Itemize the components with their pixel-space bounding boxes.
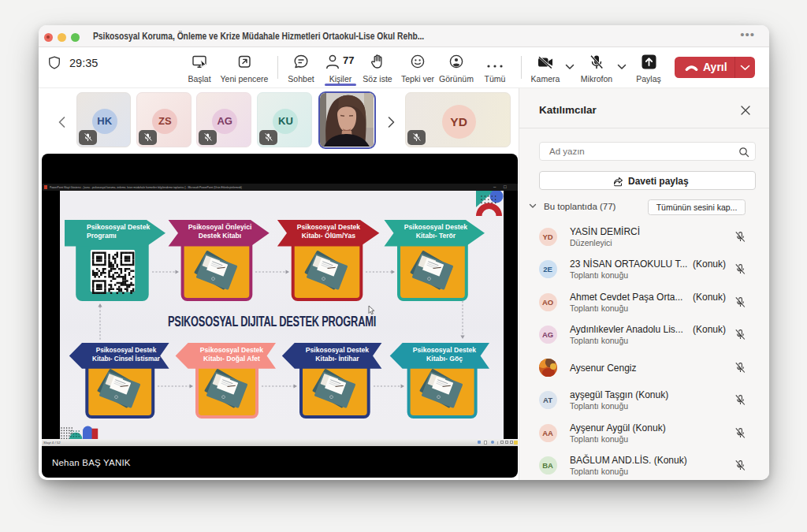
- svg-text:PSIKOSOSYAL DIJITAL DESTEK PRO: PSIKOSOSYAL DIJITAL DESTEK PROGRAMI: [168, 313, 376, 329]
- svg-text:Psikososyal Destek: Psikososyal Destek: [297, 223, 360, 231]
- svg-text:Psikosoyal Önleyici: Psikosoyal Önleyici: [188, 223, 252, 231]
- svg-text:Psikososyal Destek: Psikososyal Destek: [87, 223, 150, 231]
- svg-text:Kitabı- Terör: Kitabı- Terör: [416, 232, 456, 240]
- svg-text:Kitabı- Doğal Afet: Kitabı- Doğal Afet: [203, 355, 260, 363]
- svg-text:Psikososyal Destek: Psikososyal Destek: [96, 347, 157, 354]
- svg-text:Psikososyal Destek: Psikososyal Destek: [306, 346, 369, 354]
- svg-text:Kitabı- Cinsel İstismar: Kitabı- Cinsel İstismar: [92, 355, 161, 363]
- svg-text:Kitabı- Ölüm/Yas: Kitabı- Ölüm/Yas: [302, 232, 356, 240]
- svg-text:Psikososyal Destek: Psikososyal Destek: [404, 223, 467, 231]
- svg-text:Kitabı- Göç: Kitabı- Göç: [426, 355, 463, 363]
- svg-text:Kitabı- İntihar: Kitabı- İntihar: [315, 355, 359, 363]
- svg-text:Destek Kitabı: Destek Kitabı: [199, 232, 241, 240]
- svg-text:Programı: Programı: [87, 232, 117, 240]
- svg-text:Psikososyal Destek: Psikososyal Destek: [413, 346, 476, 354]
- svg-text:Psikososyal Destek: Psikososyal Destek: [200, 346, 263, 354]
